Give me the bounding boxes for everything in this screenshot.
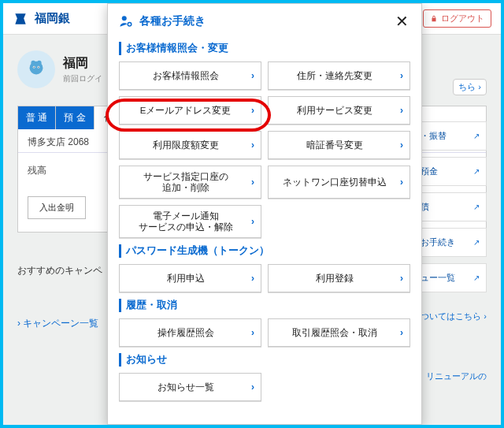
chevron-right-icon: › (251, 177, 254, 188)
lock-icon (430, 15, 438, 23)
chevron-right-icon: › (251, 381, 254, 393)
modal-button-0-7[interactable]: ネットワン口座切替申込› (268, 166, 410, 199)
last-login-label: 前回ログイ (63, 73, 102, 84)
modal-button-0-4[interactable]: 利用限度額変更› (119, 131, 261, 159)
modal-close-button[interactable]: ✕ (392, 12, 412, 31)
svg-point-2 (37, 61, 42, 65)
chevron-right-icon: › (400, 70, 403, 82)
chevron-right-icon: › (400, 140, 403, 151)
chevron-right-icon: › (251, 216, 254, 228)
modal-button-label: 利用登録 (316, 273, 354, 284)
logout-label: ログアウト (441, 13, 484, 24)
campaign-list-link[interactable]: キャンペーン一覧 (17, 318, 98, 329)
modal-button-1-1[interactable]: 利用登録› (268, 264, 410, 292)
avatar-mascot-icon (24, 58, 48, 81)
modal-button-label: Eメールアドレス変更 (140, 105, 232, 116)
modal-button-0-3[interactable]: 利用サービス変更› (268, 96, 410, 125)
modal-section-title: お知らせ (119, 353, 410, 367)
bank-logo-icon (13, 11, 28, 27)
modal-button-label: 利用サービス変更 (297, 105, 372, 116)
external-link-icon: ↗ (473, 132, 480, 140)
procedures-modal: 各種お手続き ✕ お客様情報照会・変更お客様情報照会›住所・連絡先変更›Eメール… (107, 3, 422, 425)
chevron-right-icon: › (251, 273, 254, 285)
modal-section-title: パスワード生成機（トークン） (119, 244, 410, 258)
modal-section-3: お知らせお知らせ一覧› (119, 353, 410, 401)
modal-button-label: 暗証番号変更 (306, 140, 363, 151)
user-name: 福岡 (63, 55, 102, 72)
modal-button-label: 利用申込 (167, 273, 205, 284)
chevron-right-icon: › (400, 177, 403, 188)
modal-section-1: パスワード生成機（トークン）利用申込›利用登録› (119, 244, 410, 292)
chevron-right-icon: › (251, 327, 254, 339)
modal-button-0-8[interactable]: 電子メール通知 サービスの申込・解除› (119, 205, 261, 238)
modal-button-label: 住所・連絡先変更 (297, 70, 372, 81)
bank-name: 福岡銀 (35, 11, 70, 26)
modal-button-1-0[interactable]: 利用申込› (119, 264, 261, 292)
external-link-icon: ↗ (473, 238, 480, 247)
modal-button-0-2[interactable]: Eメールアドレス変更› (119, 96, 261, 125)
modal-button-label: ネットワン口座切替申込 (283, 177, 387, 188)
modal-button-label: お知らせ一覧 (158, 381, 214, 393)
modal-button-grid: 利用申込›利用登録› (119, 264, 410, 292)
modal-button-grid: お知らせ一覧› (119, 373, 410, 401)
modal-button-grid: 操作履歴照会›取引履歴照会・取消› (119, 318, 410, 347)
chevron-right-icon: › (400, 105, 403, 117)
modal-title: 各種お手続き (139, 14, 392, 28)
modal-button-label: 取引履歴照会・取消 (292, 327, 377, 338)
transaction-history-button[interactable]: 入出金明 (28, 196, 86, 219)
modal-button-2-1[interactable]: 取引履歴照会・取消› (268, 318, 410, 347)
external-link-icon: ↗ (473, 203, 480, 211)
modal-button-label: 操作履歴照会 (158, 327, 214, 338)
about-link[interactable]: についてはこちら › (412, 311, 487, 321)
modal-button-label: 電子メール通知 サービスの申込・解除 (139, 210, 233, 233)
external-link-icon: ↗ (473, 167, 480, 176)
modal-section-title: 履歴・取消 (119, 299, 410, 312)
tab-ordinary[interactable]: 普 通 (18, 106, 56, 129)
svg-point-8 (128, 23, 132, 27)
logout-button[interactable]: ログアウト (423, 9, 491, 28)
modal-button-label: お客様情報照会 (153, 70, 219, 81)
modal-button-0-0[interactable]: お客様情報照会› (119, 61, 261, 90)
modal-button-0-5[interactable]: 暗証番号変更› (268, 131, 410, 159)
tab-deposit[interactable]: 預 金 (56, 106, 94, 129)
chevron-right-icon: › (251, 105, 254, 117)
modal-section-title: お客様情報照会・変更 (119, 42, 410, 55)
modal-button-0-6[interactable]: サービス指定口座の 追加・削除› (119, 166, 261, 199)
svg-point-5 (34, 67, 35, 68)
modal-button-grid: お客様情報照会›住所・連絡先変更›Eメールアドレス変更›利用サービス変更›利用限… (119, 61, 410, 238)
close-icon: ✕ (395, 13, 409, 30)
avatar (17, 50, 55, 88)
modal-button-3-0[interactable]: お知らせ一覧› (119, 373, 261, 401)
external-link-icon: ↗ (473, 274, 480, 282)
person-gear-icon (119, 14, 133, 28)
peek-link-pill[interactable]: ちら › (453, 79, 487, 95)
svg-point-6 (38, 67, 39, 68)
modal-section-2: 履歴・取消操作履歴照会›取引履歴照会・取消› (119, 299, 410, 347)
modal-button-2-0[interactable]: 操作履歴照会› (119, 318, 261, 347)
chevron-right-icon: › (400, 273, 403, 285)
balance-label: 残高 (28, 164, 46, 177)
chevron-right-icon: › (251, 140, 254, 151)
chevron-right-icon: › (400, 327, 403, 339)
svg-point-1 (31, 61, 35, 65)
modal-button-label: サービス指定口座の 追加・削除 (143, 171, 228, 194)
modal-button-0-1[interactable]: 住所・連絡先変更› (268, 61, 410, 90)
chevron-right-icon: › (251, 70, 254, 82)
modal-button-label: 利用限度額変更 (153, 140, 219, 151)
svg-point-7 (122, 16, 127, 20)
modal-section-0: お客様情報照会・変更お客様情報照会›住所・連絡先変更›Eメールアドレス変更›利用… (119, 42, 410, 238)
